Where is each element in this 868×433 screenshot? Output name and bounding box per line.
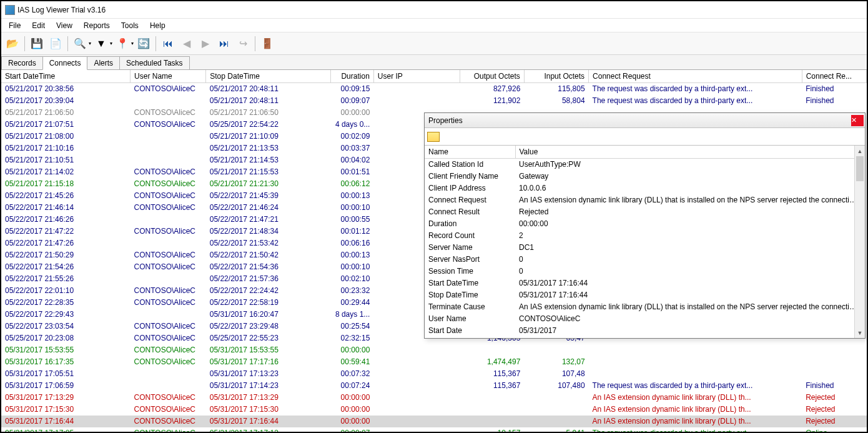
menu-file[interactable]: File [4, 20, 26, 31]
cell: Online [802, 427, 866, 432]
col-connreq[interactable]: Connect Request [589, 70, 802, 83]
cell [524, 392, 588, 404]
menu-tools[interactable]: Tools [116, 20, 144, 31]
table-row[interactable]: 05/31/2017 17:13:29CONTOSO\AliceC05/31/2… [1, 392, 867, 404]
cell: 00:00:55 [330, 214, 373, 226]
col-prop-name[interactable]: Name [425, 146, 515, 159]
close-button[interactable]: ✕ [851, 115, 864, 126]
col-outoct[interactable]: Output Octets [460, 70, 524, 83]
tab-records[interactable]: Records [1, 56, 43, 69]
cell [460, 344, 524, 356]
titlebar: IAS Log Viewer Trial v3.16 [1, 1, 867, 19]
table-row[interactable]: 05/31/2017 17:05:5105/31/2017 17:13:2300… [1, 368, 867, 380]
cell: Rejected [802, 404, 866, 416]
table-row[interactable]: 05/21/2017 20:38:56CONTOSO\AliceC05/21/2… [1, 83, 867, 96]
last-button[interactable]: ⏭ [215, 35, 233, 52]
cell: 05/31/2017 16:20:47 [206, 309, 331, 321]
cell: 05/21/2017 21:06:50 [1, 107, 131, 119]
col-duration[interactable]: Duration [330, 70, 373, 83]
property-row[interactable]: Server NasPort0 [425, 254, 865, 266]
cell: 00:01:51 [330, 166, 373, 178]
property-row[interactable]: Terminate CauseAn IAS extension dynamic … [425, 301, 865, 313]
table-header-row: Start DateTime User Name Stop DateTime D… [1, 70, 867, 83]
save-button[interactable]: 💾 [28, 35, 46, 52]
tab-scheduled[interactable]: Scheduled Tasks [119, 56, 190, 69]
col-inoct[interactable]: Input Octets [524, 70, 588, 83]
col-stopdt[interactable]: Stop DateTime [206, 70, 331, 83]
property-row[interactable]: Start Time17:16:44 [425, 337, 865, 338]
next-button[interactable]: ▶ [197, 35, 214, 52]
col-prop-value[interactable]: Value [515, 146, 865, 159]
table-row[interactable]: 05/31/2017 16:17:35CONTOSO\AliceC05/31/2… [1, 356, 867, 368]
properties-titlebar[interactable]: Properties ✕ [425, 113, 865, 128]
marker-button[interactable]: 📍 [114, 35, 131, 52]
table-row[interactable]: 05/31/2017 17:06:5905/31/2017 17:14:2300… [1, 380, 867, 392]
cell: An IAS extension dynamic link library (D… [589, 416, 802, 427]
table-row[interactable]: 05/31/2017 15:53:55CONTOSO\AliceC05/31/2… [1, 344, 867, 356]
prop-name: Terminate Cause [425, 301, 515, 313]
properties-scrollbar[interactable]: ▲ ▼ [854, 146, 865, 338]
col-startdt[interactable]: Start DateTime [1, 70, 131, 83]
chevron-down-icon[interactable]: ▾ [131, 41, 134, 46]
cell: Rejected [802, 416, 866, 427]
property-row[interactable]: Stop DateTime05/31/2017 17:16:44 [425, 289, 865, 301]
table-row[interactable]: 05/31/2017 17:15:30CONTOSO\AliceC05/31/2… [1, 404, 867, 416]
property-row[interactable]: Server NameDC1 [425, 242, 865, 254]
property-row[interactable]: Start Date05/31/2017 [425, 325, 865, 337]
menu-reports[interactable]: Reports [79, 20, 115, 31]
prop-value: 10.0.0.6 [515, 182, 865, 194]
properties-toolbar [425, 128, 865, 146]
property-row[interactable]: Start DateTime05/31/2017 17:16:44 [425, 277, 865, 289]
property-row[interactable]: Record Count2 [425, 230, 865, 242]
cell: CONTOSO\AliceC [131, 202, 206, 214]
exit-button[interactable]: 🚪 [259, 35, 276, 52]
chevron-down-icon[interactable]: ▾ [110, 41, 112, 46]
scroll-up-arrow[interactable]: ▲ [855, 146, 865, 156]
redo-button[interactable]: ↪ [234, 35, 252, 52]
chevron-down-icon[interactable]: ▾ [89, 41, 91, 46]
property-row[interactable]: Connect ResultRejected [425, 206, 865, 218]
property-row[interactable]: User NameCONTOSO\AliceC [425, 313, 865, 325]
find-button[interactable]: 🔍 [71, 35, 89, 52]
tab-connects[interactable]: Connects [42, 56, 88, 70]
card-icon[interactable] [427, 132, 440, 142]
tab-alerts[interactable]: Alerts [87, 56, 120, 69]
cell: 05/31/2017 17:13:29 [206, 392, 331, 404]
cell: 107,480 [524, 380, 588, 392]
table-row[interactable]: 05/31/2017 17:17:05CONTOSO\AliceC05/31/2… [1, 427, 867, 432]
menu-help[interactable]: Help [145, 20, 170, 31]
col-username[interactable]: User Name [131, 70, 206, 83]
property-row[interactable]: Client Friendly NameGateway [425, 171, 865, 182]
cell: 05/22/2017 21:55:26 [1, 273, 131, 285]
property-row[interactable]: Session Time0 [425, 266, 865, 277]
property-row[interactable]: Connect RequestAn IAS extension dynamic … [425, 194, 865, 206]
property-row[interactable]: Duration00:00:00 [425, 218, 865, 230]
cell: 00:06:16 [330, 237, 373, 249]
cell [373, 392, 460, 404]
col-userip[interactable]: User IP [373, 70, 460, 83]
prop-name: Server NasPort [425, 254, 515, 266]
table-row[interactable]: 05/21/2017 20:39:0405/21/2017 20:48:1100… [1, 95, 867, 107]
cell [373, 427, 460, 432]
property-row[interactable]: Called Station IdUserAuthType:PW [425, 159, 865, 171]
report-button[interactable]: 📄 [47, 35, 64, 52]
refresh-button[interactable]: 🔄 [135, 35, 152, 52]
col-connres[interactable]: Connect Re... [802, 70, 866, 83]
cell [373, 356, 460, 368]
open-button[interactable]: 📂 [4, 35, 21, 52]
prev-button[interactable]: ◀ [178, 35, 195, 52]
property-row[interactable]: Client IP Address10.0.0.6 [425, 182, 865, 194]
prop-value: An IAS extension dynamic link library (D… [515, 194, 865, 206]
scroll-thumb[interactable] [856, 156, 864, 181]
filter-button[interactable]: ▼ [92, 35, 110, 52]
first-button[interactable]: ⏮ [159, 35, 177, 52]
cell: CONTOSO\AliceC [131, 249, 206, 261]
menu-edit[interactable]: Edit [27, 20, 50, 31]
menu-view[interactable]: View [51, 20, 77, 31]
cell: 05/22/2017 21:45:26 [1, 190, 131, 202]
properties-panel: Properties ✕ Name Value Called Station I… [424, 112, 866, 339]
table-row[interactable]: 05/31/2017 17:16:44CONTOSO\AliceC05/31/2… [1, 416, 867, 427]
scroll-down-arrow[interactable]: ▼ [855, 327, 865, 338]
prop-name: Connect Request [425, 194, 515, 206]
cell: 05/21/2017 20:38:56 [1, 83, 131, 96]
